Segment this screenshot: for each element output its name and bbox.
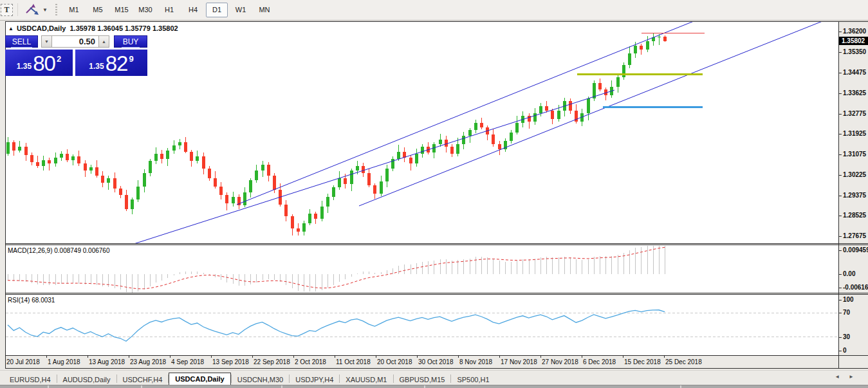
date-axis-divider — [5, 355, 868, 356]
date-axis-tick — [129, 356, 129, 358]
date-axis-label: 6 Dec 2018 — [583, 358, 616, 365]
price-axis-label: 1.35350 — [843, 48, 866, 55]
text-tool-icon[interactable]: T — [1, 4, 13, 16]
status-strip-divider — [424, 385, 425, 388]
chart-title: ▲USDCAD,Daily 1.35978 1.36045 1.35779 1.… — [8, 24, 178, 32]
date-axis-tick — [417, 356, 418, 358]
price-axis-tick — [838, 196, 842, 196]
trade-arrows-icon[interactable] — [24, 4, 40, 15]
status-strip — [0, 385, 868, 388]
price-axis-tick — [838, 216, 842, 216]
timeframe-button-d1[interactable]: D1 — [206, 3, 228, 17]
chart-border-bottom — [5, 368, 868, 369]
macd-axis-tick — [838, 250, 842, 251]
date-axis-tick — [293, 356, 294, 358]
buy-price-big: 82 — [106, 53, 128, 74]
rsi-axis-tick — [838, 351, 842, 351]
tab-xauusd-m1[interactable]: XAUUSD,M1 — [340, 373, 392, 385]
tab-scroll-left-icon[interactable]: ◄ — [835, 374, 849, 380]
date-axis-tick — [499, 356, 500, 358]
date-axis-tick — [88, 356, 88, 358]
macd-axis-tick — [838, 288, 842, 288]
price-axis-label: 1.32775 — [843, 110, 866, 117]
tab-eurusd-h4[interactable]: EURUSD,H4 — [4, 373, 57, 385]
volume-increase-button[interactable]: ▲ — [98, 35, 109, 48]
price-axis-tick — [838, 52, 842, 53]
tab-sp500-h1[interactable]: SP500,H1 — [451, 373, 495, 385]
price-axis-tick — [838, 32, 842, 32]
date-axis-tick — [458, 356, 459, 358]
sell-price-panel[interactable]: 1.35 80 2 — [5, 50, 73, 76]
timeframe-button-m15[interactable]: M15 — [111, 3, 133, 17]
date-axis-label: 11 Oct 2018 — [336, 358, 371, 365]
price-axis-tick — [838, 93, 842, 94]
tab-usdcad-daily[interactable]: USDCAD,Daily — [169, 373, 230, 385]
buy-price-panel[interactable]: 1.35 82 9 — [75, 50, 147, 76]
timeframe-button-h4[interactable]: H4 — [182, 3, 204, 17]
chart-ohlc-values: 1.35978 1.36045 1.35779 1.35802 — [69, 24, 178, 32]
rsi-axis-label: 30 — [843, 333, 850, 340]
tab-gbpusd-m15[interactable]: GBPUSD,M15 — [394, 373, 451, 385]
macd-axis-label: -0.006169 — [843, 284, 868, 291]
date-axis-tick — [540, 356, 541, 358]
macd-axis-tick — [838, 274, 842, 275]
tab-usdjpy-h4[interactable]: USDJPY,H4 — [290, 373, 339, 385]
status-strip-divider — [680, 385, 681, 388]
sell-price-big: 80 — [33, 53, 55, 74]
volume-decrease-button[interactable]: ▼ — [41, 35, 52, 48]
rsi-axis-label: 70 — [843, 309, 850, 316]
price-axis-tick — [838, 175, 842, 176]
price-axis-label: 1.36200 — [843, 28, 866, 35]
rsi-splitter[interactable] — [5, 293, 868, 293]
price-axis-tick — [838, 73, 842, 73]
price-axis-label: 1.30225 — [843, 171, 866, 178]
date-axis-label: 22 Sep 2018 — [254, 358, 290, 365]
status-strip-divider — [281, 385, 282, 388]
chart-symbol-label: USDCAD,Daily — [17, 24, 66, 32]
buy-button[interactable]: BUY — [114, 35, 147, 48]
date-axis-label: 1 Aug 2018 — [48, 358, 80, 365]
volume-input[interactable] — [51, 35, 99, 48]
tab-usdcnh-m30[interactable]: USDCNH,M30 — [232, 373, 290, 385]
date-axis-tick — [664, 356, 665, 358]
timeframe-button-m30[interactable]: M30 — [134, 3, 156, 17]
macd-indicator-chart[interactable] — [6, 245, 838, 293]
timeframe-button-m1[interactable]: M1 — [63, 3, 85, 17]
chart-tab-bar: EURUSD,H4AUDUSD,DailyUSDCHF,H4USDCAD,Dai… — [0, 370, 868, 385]
date-axis-label: 13 Sep 2018 — [212, 358, 249, 365]
macd-axis-label: 0.00 — [843, 270, 855, 277]
date-axis-tick — [46, 356, 47, 358]
rsi-axis-tick — [838, 300, 842, 300]
price-axis-tick — [838, 114, 842, 115]
date-axis-tick — [582, 356, 582, 358]
timeframe-button-h1[interactable]: H1 — [158, 3, 180, 17]
price-axis-label: 1.34475 — [843, 69, 866, 76]
price-axis-tick — [838, 134, 842, 134]
price-axis-label: 1.31925 — [843, 130, 866, 137]
date-axis-tick — [252, 356, 253, 358]
price-axis-label: 1.33625 — [843, 89, 866, 97]
timeframe-button-mn[interactable]: MN — [254, 3, 275, 17]
price-axis-label: 1.31075 — [843, 151, 866, 158]
tab-audusd-daily[interactable]: AUDUSD,Daily — [57, 373, 116, 385]
toolbar: T ▼ M1M5M15M30H1H4D1W1MN — [0, 0, 868, 21]
rsi-axis-tick — [838, 337, 842, 338]
date-axis-label: 15 Dec 2018 — [624, 358, 661, 365]
rsi-axis-tick — [838, 313, 842, 313]
sell-button[interactable]: SELL — [5, 35, 38, 48]
price-axis-tick — [838, 154, 842, 155]
macd-splitter[interactable] — [5, 243, 868, 244]
timeframe-button-m5[interactable]: M5 — [87, 3, 109, 17]
timeframe-button-w1[interactable]: W1 — [230, 3, 252, 17]
status-strip-divider — [141, 385, 142, 388]
sell-price-small: 1.35 — [17, 62, 32, 71]
rsi-indicator-chart[interactable] — [6, 295, 838, 355]
date-axis-label: 20 Oct 2018 — [377, 358, 412, 365]
tab-usdchf-h4[interactable]: USDCHF,H4 — [117, 373, 169, 385]
toolbar-drag-handle[interactable] — [55, 4, 57, 16]
trade-arrows-dropdown-icon[interactable]: ▼ — [42, 7, 48, 13]
collapse-triangle-icon[interactable]: ▲ — [8, 26, 14, 32]
date-axis-label: 17 Nov 2018 — [501, 358, 537, 365]
date-axis-label: 23 Aug 2018 — [130, 358, 166, 365]
tab-scroll-right-icon[interactable]: ► — [849, 374, 863, 380]
